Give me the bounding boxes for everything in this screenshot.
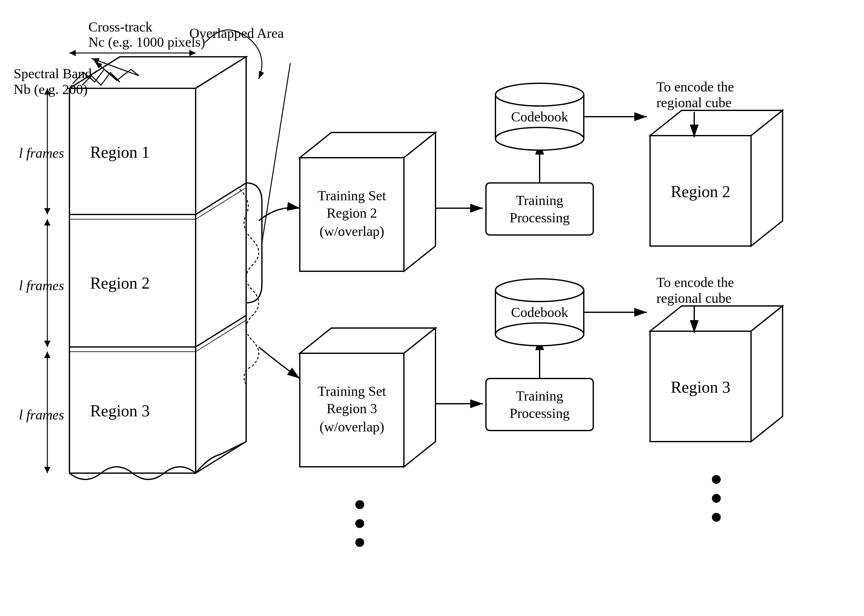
svg-point-38 bbox=[496, 127, 584, 150]
svg-marker-14 bbox=[189, 50, 196, 56]
svg-marker-20 bbox=[44, 341, 50, 347]
region2-right-label: Region 2 bbox=[670, 182, 730, 201]
cross-track-label: Cross-track bbox=[88, 19, 153, 35]
training-set-r3-label1: Training Set bbox=[318, 383, 386, 399]
training-processing2-sub-label: Processing bbox=[510, 405, 570, 421]
svg-marker-26 bbox=[404, 132, 436, 271]
svg-point-37 bbox=[496, 83, 584, 106]
training-set-r2-label3: (w/overlap) bbox=[319, 224, 384, 239]
dots-left-2 bbox=[355, 519, 364, 528]
training-processing1-sub-label: Processing bbox=[510, 210, 570, 226]
svg-marker-29 bbox=[404, 328, 436, 467]
region2-main-label: Region 2 bbox=[90, 274, 150, 292]
training-processing2-label: Training bbox=[516, 388, 563, 404]
dots-right-3 bbox=[712, 513, 721, 522]
l-frames-3-label: l frames bbox=[19, 407, 64, 423]
region1-label: Region 1 bbox=[90, 143, 150, 161]
svg-line-55 bbox=[262, 63, 290, 243]
overlapped-area-label: Overlapped Area bbox=[189, 25, 284, 41]
svg-marker-13 bbox=[69, 50, 76, 56]
to-encode1-label: To encode the bbox=[656, 79, 734, 94]
svg-rect-32 bbox=[486, 183, 593, 235]
nb-label: Nb (e.g. 200) bbox=[14, 82, 88, 97]
to-encode2-label: To encode the bbox=[656, 275, 734, 290]
svg-marker-19 bbox=[44, 219, 50, 226]
region3-right-label: Region 3 bbox=[670, 378, 730, 396]
training-set-r2-label2: Region 2 bbox=[327, 205, 377, 221]
region3-main-label: Region 3 bbox=[90, 402, 150, 420]
l-frames-1-label: l frames bbox=[19, 145, 64, 161]
spectral-band-label: Spectral Band bbox=[14, 66, 92, 82]
to-encode1-sub-label: regional cube bbox=[656, 95, 732, 110]
svg-point-40 bbox=[496, 279, 584, 302]
codebook2-label: Codebook bbox=[511, 305, 568, 320]
svg-marker-2 bbox=[196, 57, 246, 473]
dots-right-1 bbox=[712, 475, 721, 484]
svg-marker-17 bbox=[44, 208, 50, 214]
training-processing1-label: Training bbox=[516, 193, 563, 208]
training-set-r2-label1: Training Set bbox=[318, 188, 386, 203]
svg-rect-33 bbox=[486, 379, 593, 431]
l-frames-2-label: l frames bbox=[19, 278, 64, 293]
training-set-r3-label2: Region 3 bbox=[327, 401, 377, 416]
svg-point-41 bbox=[496, 323, 584, 346]
codebook1-label: Codebook bbox=[511, 109, 568, 124]
dots-left-1 bbox=[355, 500, 364, 509]
nc-label: Nc (e.g. 1000 pixels) bbox=[88, 35, 205, 50]
training-set-r3-label3: (w/overlap) bbox=[319, 419, 384, 435]
to-encode2-sub-label: regional cube bbox=[656, 291, 732, 306]
dots-left-3 bbox=[355, 538, 364, 547]
dots-right-2 bbox=[712, 494, 721, 503]
svg-marker-22 bbox=[44, 352, 50, 358]
svg-marker-23 bbox=[44, 467, 50, 473]
